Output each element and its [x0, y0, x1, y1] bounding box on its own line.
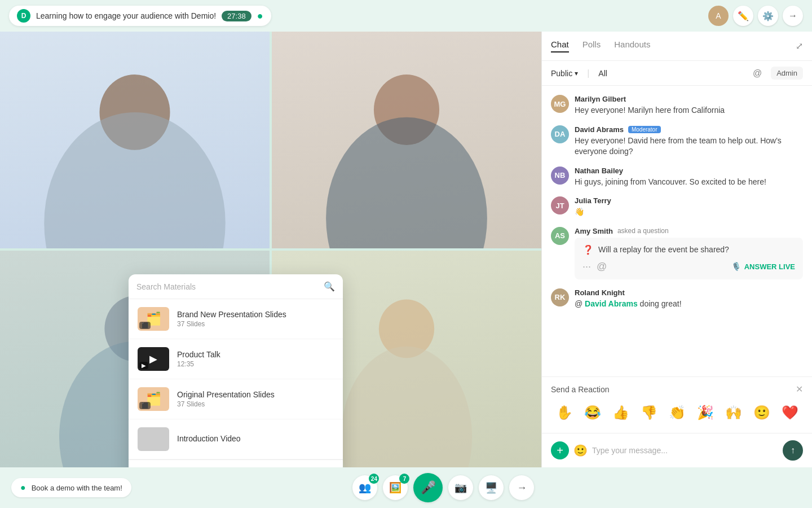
scope-filter[interactable]: All	[598, 69, 607, 78]
chat-input-bar: + 🙂 ↑	[542, 433, 812, 467]
tab-handouts[interactable]: Handouts	[614, 40, 650, 52]
material-info-3: Original Presentation Slides 37 Slides	[177, 390, 334, 408]
msg-content-4: Julia Terry 👋	[575, 196, 803, 218]
settings-button[interactable]: ⚙️	[758, 6, 778, 26]
question-icon: ❓	[582, 244, 594, 255]
material-thumb-2: ▶ ▶	[138, 347, 169, 371]
reaction-header: Send a Reaction ✕	[551, 384, 803, 395]
edit-button[interactable]: ✏️	[733, 6, 753, 26]
chat-input-field[interactable]	[592, 446, 778, 455]
at-filter-icon[interactable]: @	[753, 68, 762, 78]
msg-content-3: Nathan Bailey Hi guys, joining from Vanc…	[575, 167, 803, 188]
msg-name-3: Nathan Bailey	[575, 167, 623, 175]
qa-more-icon[interactable]: ···	[582, 261, 591, 273]
svg-point-3	[326, 117, 487, 248]
emoji-thumbs-up[interactable]: 👍	[610, 401, 632, 424]
moderator-badge: Moderator	[628, 126, 661, 133]
main-layout: 🔍 🗂️ ⬛ Brand New Presentation Slides 37 …	[0, 32, 812, 467]
mic-icon: 🎤	[421, 480, 436, 495]
reaction-title: Send a Reaction	[551, 385, 610, 394]
avatar-2: DA	[551, 125, 569, 143]
materials-search-bar: 🔍	[129, 274, 343, 299]
question-header: ❓ Will a replay for the event be shared?	[582, 244, 795, 255]
send-button[interactable]: ↑	[783, 440, 803, 461]
msg-text-4: 👋	[575, 207, 803, 218]
chat-tabs: Chat Polls Handouts ⤢	[542, 32, 812, 61]
chat-messages: MG Marilyn Gilbert Hey everyone! Marilyn…	[542, 86, 812, 376]
session-timer: 27:38	[222, 11, 251, 21]
svg-point-7	[341, 347, 472, 467]
mention-name: David Abrams	[585, 299, 638, 308]
chevron-down-icon: ▾	[575, 69, 578, 77]
material-item-2[interactable]: ▶ ▶ Product Talk 12:35	[129, 339, 343, 379]
avatar-4: JT	[551, 196, 569, 214]
microphone-button[interactable]: 🎤	[413, 473, 443, 502]
msg-text-1: Hey everyone! Marilyn here from Californ…	[575, 105, 803, 116]
msg-header-3: Nathan Bailey	[575, 167, 803, 175]
emoji-clap[interactable]: 👏	[666, 401, 689, 424]
emoji-thumbs-down[interactable]: 👎	[638, 401, 660, 424]
msg-text-3: Hi guys, joining from Vancouver. So exci…	[575, 177, 803, 188]
msg-header-6: Roland Knight	[575, 288, 803, 297]
screen-share-button[interactable]: 🖥️	[479, 475, 504, 500]
msg-name-5: Amy Smith	[575, 227, 613, 235]
emoji-party[interactable]: 🎉	[694, 401, 717, 424]
admin-filter[interactable]: Admin	[771, 67, 803, 80]
emoji-hands-up[interactable]: 🙌	[722, 401, 745, 424]
message-3: NB Nathan Bailey Hi guys, joining from V…	[551, 167, 803, 188]
emoji-picker-icon[interactable]: 🙂	[573, 444, 588, 457]
message-1: MG Marilyn Gilbert Hey everyone! Marilyn…	[551, 95, 803, 116]
demo-icon: ●	[20, 483, 26, 493]
video-cell-2	[272, 32, 541, 248]
material-meta-3: 37 Slides	[177, 400, 334, 408]
msg-content-6: Roland Knight @ David Abrams doing great…	[575, 288, 803, 310]
tab-polls[interactable]: Polls	[582, 40, 601, 52]
material-meta-2: 12:35	[177, 360, 334, 368]
book-demo-banner[interactable]: ● Book a demo with the team!	[11, 478, 131, 497]
qa-at-icon[interactable]: @	[597, 261, 607, 273]
material-item-4[interactable]: Introduction Video	[129, 419, 343, 459]
user-avatar: A	[708, 6, 729, 26]
exit-button[interactable]: →	[783, 6, 803, 26]
mic-icon: 🎙️	[731, 262, 741, 271]
demio-logo: D	[17, 9, 30, 23]
material-item-3[interactable]: 🗂️ ⬛ Original Presentation Slides 37 Sli…	[129, 379, 343, 419]
slides-icon: 🖼️	[389, 481, 401, 494]
attendees-icon: 👥	[359, 481, 371, 494]
top-bar: D Learning how to engage your audience w…	[0, 0, 812, 32]
message-4: JT Julia Terry 👋	[551, 196, 803, 218]
end-session-button[interactable]: →	[509, 475, 534, 500]
message-2: DA David Abrams Moderator Hey everyone! …	[551, 125, 803, 157]
add-material-button[interactable]: + ADD MATERIAL	[129, 459, 343, 467]
media-controls: 👥 24 🖼️ 7 🎤 📷 🖥️ →	[352, 473, 534, 502]
material-meta-1: 37 Slides	[177, 320, 334, 328]
answer-live-button[interactable]: 🎙️ ANSWER LIVE	[731, 262, 795, 271]
materials-search-input[interactable]	[136, 282, 319, 291]
emoji-heart[interactable]: ❤️	[779, 401, 801, 424]
attendees-count: 24	[369, 474, 379, 484]
attendees-button[interactable]: 👥 24	[352, 475, 377, 500]
audience-filter[interactable]: Public ▾	[551, 69, 578, 78]
question-actions: ··· @ 🎙️ ANSWER LIVE	[582, 261, 795, 273]
search-icon: 🔍	[324, 281, 335, 292]
material-thumb-4	[138, 427, 169, 451]
session-title: Learning how to engage your audience wit…	[36, 11, 216, 20]
emoji-laugh[interactable]: 😂	[581, 401, 604, 424]
emoji-raise-hand[interactable]: ✋	[553, 401, 576, 424]
emoji-smile[interactable]: 🙂	[751, 401, 773, 424]
material-info-1: Brand New Presentation Slides 37 Slides	[177, 310, 334, 328]
tab-chat[interactable]: Chat	[551, 40, 569, 52]
video-cell-1	[0, 32, 270, 248]
materials-list: 🗂️ ⬛ Brand New Presentation Slides 37 Sl…	[129, 299, 343, 459]
expand-icon[interactable]: ⤢	[796, 41, 803, 51]
question-box: ❓ Will a replay for the event be shared?…	[575, 238, 803, 279]
material-name-2: Product Talk	[177, 350, 334, 359]
slides-button[interactable]: 🖼️ 7	[383, 475, 408, 500]
camera-button[interactable]: 📷	[448, 475, 473, 500]
msg-content-1: Marilyn Gilbert Hey everyone! Marilyn he…	[575, 95, 803, 116]
reaction-close-button[interactable]: ✕	[796, 384, 803, 395]
material-item-1[interactable]: 🗂️ ⬛ Brand New Presentation Slides 37 Sl…	[129, 299, 343, 339]
avatar-3: NB	[551, 167, 569, 185]
chat-add-button[interactable]: +	[551, 441, 569, 459]
top-bar-controls: A ✏️ ⚙️ →	[708, 6, 803, 26]
